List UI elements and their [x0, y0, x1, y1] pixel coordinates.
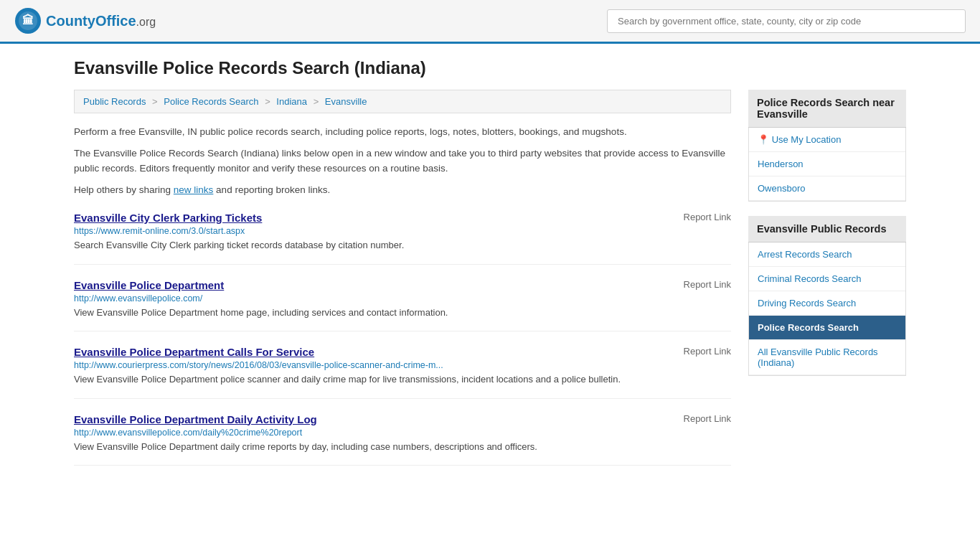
result-url[interactable]: http://www.evansvillepolice.com/daily%20…: [74, 428, 731, 438]
sidebar-link-all-public-records[interactable]: All Evansville Public Records (Indiana): [749, 340, 905, 375]
logo-area[interactable]: 🏛 CountyOffice.org: [14, 7, 156, 34]
result-item: Evansville Police Department Report Link…: [74, 279, 731, 332]
result-title[interactable]: Evansville Police Department: [74, 279, 224, 291]
desc-para-3: Help others by sharing new links and rep…: [74, 183, 731, 197]
page-wrapper: Evansville Police Records Search (Indian…: [60, 44, 920, 480]
report-link[interactable]: Report Link: [684, 413, 731, 424]
sidebar-link-driving-records[interactable]: Driving Records Search: [749, 291, 905, 316]
content-area: Public Records > Police Records Search >…: [74, 90, 906, 466]
result-item: Evansville City Clerk Parking Tickets Re…: [74, 212, 731, 265]
result-desc: View Evansville Police Department home p…: [74, 306, 731, 320]
logo-text: CountyOffice.org: [46, 13, 156, 29]
sidebar-nearby-section: Police Records Search near Evansville 📍 …: [748, 90, 906, 202]
breadcrumb-evansville[interactable]: Evansville: [325, 96, 367, 107]
main-content: Public Records > Police Records Search >…: [74, 90, 731, 466]
sidebar-public-records-links: Arrest Records Search Criminal Records S…: [748, 242, 906, 376]
breadcrumb-indiana[interactable]: Indiana: [276, 96, 307, 107]
sidebar-nearby-title: Police Records Search near Evansville: [748, 90, 906, 128]
report-link[interactable]: Report Link: [684, 212, 731, 222]
use-my-location-link[interactable]: 📍 Use My Location: [749, 128, 905, 152]
new-links-link[interactable]: new links: [174, 184, 214, 195]
sidebar-link-criminal-records[interactable]: Criminal Records Search: [749, 267, 905, 291]
result-title[interactable]: Evansville Police Department Calls For S…: [74, 346, 314, 358]
desc-para-1: Perform a free Evansville, IN public pol…: [74, 125, 731, 139]
result-item: Evansville Police Department Calls For S…: [74, 346, 731, 399]
result-header: Evansville City Clerk Parking Tickets Re…: [74, 212, 731, 224]
result-header: Evansville Police Department Daily Activ…: [74, 413, 731, 425]
breadcrumb-police-records[interactable]: Police Records Search: [164, 96, 258, 107]
result-url[interactable]: https://www.remit-online.com/3.0/start.a…: [74, 226, 731, 236]
result-url[interactable]: http://www.courierpress.com/story/news/2…: [74, 360, 731, 370]
breadcrumb-sep-2: >: [265, 96, 270, 107]
result-desc: View Evansville Police Department daily …: [74, 440, 731, 454]
breadcrumb: Public Records > Police Records Search >…: [74, 90, 731, 113]
search-input[interactable]: [607, 9, 966, 33]
search-bar-container[interactable]: [607, 9, 966, 33]
sidebar-public-records-section: Evansville Public Records Arrest Records…: [748, 216, 906, 376]
result-header: Evansville Police Department Calls For S…: [74, 346, 731, 358]
breadcrumb-sep-3: >: [314, 96, 319, 107]
location-icon: 📍: [758, 134, 772, 145]
page-title: Evansville Police Records Search (Indian…: [74, 58, 906, 78]
breadcrumb-public-records[interactable]: Public Records: [83, 96, 146, 107]
result-header: Evansville Police Department Report Link: [74, 279, 731, 291]
result-url[interactable]: http://www.evansvillepolice.com/: [74, 293, 731, 303]
result-title[interactable]: Evansville City Clerk Parking Tickets: [74, 212, 262, 224]
breadcrumb-sep-1: >: [152, 96, 158, 107]
report-link[interactable]: Report Link: [684, 279, 731, 290]
report-link[interactable]: Report Link: [684, 346, 731, 357]
result-title[interactable]: Evansville Police Department Daily Activ…: [74, 413, 317, 425]
sidebar-public-records-title: Evansville Public Records: [748, 216, 906, 242]
result-desc: View Evansville Police Department police…: [74, 372, 731, 387]
sidebar-link-henderson[interactable]: Henderson: [749, 152, 905, 176]
sidebar-nearby-links: 📍 Use My Location Henderson Owensboro: [748, 128, 906, 202]
site-header: 🏛 CountyOffice.org: [0, 0, 980, 44]
result-item: Evansville Police Department Daily Activ…: [74, 413, 731, 466]
result-desc: Search Evansville City Clerk parking tic…: [74, 238, 731, 253]
sidebar-link-arrest-records[interactable]: Arrest Records Search: [749, 242, 905, 267]
logo-icon: 🏛: [14, 7, 42, 34]
svg-text:🏛: 🏛: [22, 14, 34, 27]
desc-para-2: The Evansville Police Records Search (In…: [74, 146, 731, 176]
sidebar-link-owensboro[interactable]: Owensboro: [749, 176, 905, 201]
sidebar: Police Records Search near Evansville 📍 …: [748, 90, 906, 466]
sidebar-link-police-records[interactable]: Police Records Search: [749, 316, 905, 340]
